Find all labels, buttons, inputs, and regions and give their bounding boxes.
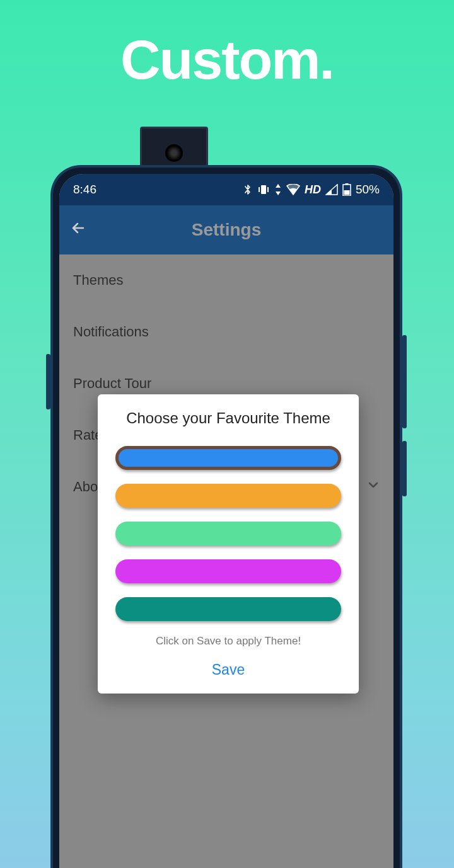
- status-bar: 8:46 HD: [59, 174, 393, 205]
- svg-rect-5: [344, 190, 349, 195]
- camera-lens: [165, 144, 183, 162]
- hd-label: HD: [305, 183, 321, 197]
- theme-option-2[interactable]: [115, 522, 341, 545]
- signal-icon: [325, 184, 338, 195]
- page-title: Settings: [59, 220, 393, 240]
- theme-option-3[interactable]: [115, 559, 341, 583]
- settings-item-themes[interactable]: Themes: [59, 254, 393, 306]
- status-right: HD 50%: [243, 183, 380, 197]
- theme-option-1[interactable]: [115, 484, 341, 508]
- modal-title: Choose your Favourite Theme: [110, 409, 346, 427]
- back-button[interactable]: [71, 220, 87, 241]
- phone-side-button-volume: [402, 335, 407, 428]
- promo-title: Custom.: [0, 28, 454, 92]
- phone-side-button-left: [46, 354, 50, 409]
- settings-item-notifications[interactable]: Notifications: [59, 306, 393, 358]
- theme-option-0[interactable]: [115, 446, 341, 470]
- bluetooth-icon: [243, 183, 253, 196]
- vibrate-icon: [257, 184, 270, 195]
- phone-side-button-power: [402, 441, 407, 496]
- updown-icon: [274, 184, 282, 195]
- app-bar: Settings: [59, 205, 393, 254]
- theme-options: [110, 446, 346, 621]
- modal-hint: Click on Save to apply Theme!: [110, 635, 346, 648]
- theme-option-4[interactable]: [115, 597, 341, 621]
- chevron-down-icon: [367, 479, 380, 495]
- phone-frame: 8:46 HD: [50, 165, 402, 868]
- svg-rect-0: [261, 185, 266, 194]
- phone-screen: 8:46 HD: [59, 174, 393, 868]
- svg-rect-1: [259, 187, 260, 192]
- save-button[interactable]: Save: [110, 658, 346, 682]
- svg-rect-2: [267, 187, 269, 192]
- wifi-icon: [286, 184, 300, 195]
- status-time: 8:46: [73, 183, 96, 197]
- theme-modal: Choose your Favourite Theme Click on Sav…: [98, 394, 359, 694]
- battery-icon: [342, 183, 351, 196]
- battery-percent: 50%: [356, 183, 380, 197]
